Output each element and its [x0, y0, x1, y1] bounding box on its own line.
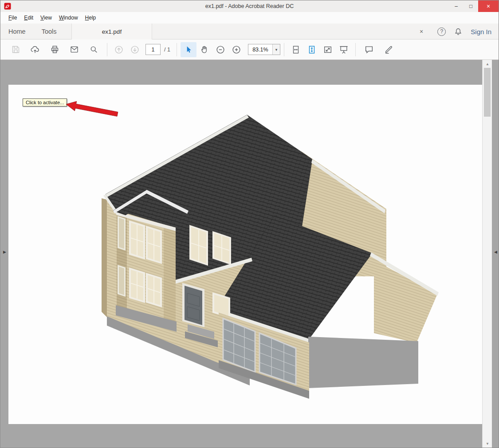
toolbar-separator	[177, 43, 177, 56]
document-tab-label: ex1.pdf	[102, 28, 122, 35]
window-controls: – □ ×	[449, 0, 499, 12]
click-to-activate-tooltip: Click to activate...	[23, 98, 67, 106]
previous-page-icon[interactable]	[111, 42, 127, 57]
toolbar-separator	[355, 43, 356, 56]
toolbar-separator	[107, 43, 107, 56]
save-to-cloud-icon[interactable]	[25, 42, 45, 57]
zoom-caret-icon[interactable]: ▾	[272, 44, 280, 55]
hand-tool-icon[interactable]	[196, 42, 212, 57]
zoom-out-icon[interactable]	[212, 42, 228, 57]
fit-width-icon[interactable]	[304, 42, 320, 57]
presentation-mode-icon[interactable]	[336, 42, 352, 57]
maximize-button[interactable]: □	[464, 0, 478, 12]
right-pane-toggle-icon[interactable]: ◀	[494, 250, 497, 254]
tab-home[interactable]: Home	[0, 24, 34, 39]
email-icon[interactable]	[64, 42, 84, 57]
menu-edit[interactable]: Edit	[20, 13, 37, 23]
menu-bar: File Edit View Window Help	[0, 12, 499, 24]
tabbar-right-cluster: ? Sign In	[437, 24, 491, 39]
acrobat-app-icon	[4, 3, 11, 10]
notifications-bell-icon[interactable]	[454, 27, 463, 36]
toolbar-separator	[284, 43, 284, 56]
comment-bubble-icon[interactable]	[359, 42, 379, 57]
tab-tools[interactable]: Tools	[34, 24, 65, 39]
pdf-page: Click to activate...	[8, 85, 482, 424]
embedded-3d-annotation[interactable]	[8, 85, 482, 424]
menu-window[interactable]: Window	[55, 13, 82, 23]
zoom-in-icon[interactable]	[228, 42, 244, 57]
menu-help[interactable]: Help	[82, 13, 100, 23]
house-west-edge	[102, 198, 107, 317]
highlighter-pen-icon[interactable]	[379, 42, 398, 57]
acrobat-reader-window: ex1.pdf - Adobe Acrobat Reader DC – □ × …	[0, 0, 499, 448]
sign-in-button[interactable]: Sign In	[471, 28, 491, 35]
minimize-button[interactable]: –	[449, 0, 464, 12]
scroll-up-icon[interactable]: ▲	[483, 60, 492, 67]
menu-file[interactable]: File	[5, 13, 20, 23]
red-callout-arrow	[63, 98, 122, 120]
document-tab[interactable]: ex1.pdf	[71, 24, 152, 39]
zoom-level-value: 83.1%	[248, 44, 272, 55]
left-pane-toggle-icon[interactable]: ▶	[3, 250, 6, 254]
wing-gable-wall	[374, 260, 437, 343]
select-tool-icon[interactable]	[181, 42, 196, 57]
print-icon[interactable]	[45, 42, 64, 57]
wing-base	[308, 337, 418, 388]
zoom-level-select[interactable]: 83.1% ▾	[248, 44, 280, 55]
close-button[interactable]: ×	[478, 0, 499, 12]
document-tab-close-icon[interactable]: ×	[416, 24, 427, 39]
scrollbar-thumb[interactable]	[484, 68, 491, 117]
tab-bar: Home Tools ex1.pdf × ? Sign In	[0, 24, 499, 39]
page-count-label: / 1	[164, 47, 170, 53]
next-page-icon[interactable]	[127, 42, 143, 57]
help-icon[interactable]: ?	[437, 28, 446, 36]
menu-view[interactable]: View	[37, 13, 55, 23]
save-icon[interactable]	[6, 42, 25, 57]
window-title: ex1.pdf - Adobe Acrobat Reader DC	[0, 0, 499, 12]
titlebar[interactable]: ex1.pdf - Adobe Acrobat Reader DC – □ ×	[0, 0, 499, 12]
main-toolbar: / 1 83.1% ▾	[0, 39, 499, 60]
full-screen-icon[interactable]	[320, 42, 336, 57]
vertical-scrollbar[interactable]: ▲ ▼	[482, 60, 492, 448]
document-viewport: Click to activate... ▶ ▲ ▼ ◀	[0, 60, 499, 448]
scroll-down-icon[interactable]: ▼	[483, 440, 492, 447]
page-number-input[interactable]	[145, 44, 161, 55]
search-icon[interactable]	[84, 42, 103, 57]
fit-page-icon[interactable]	[288, 42, 304, 57]
